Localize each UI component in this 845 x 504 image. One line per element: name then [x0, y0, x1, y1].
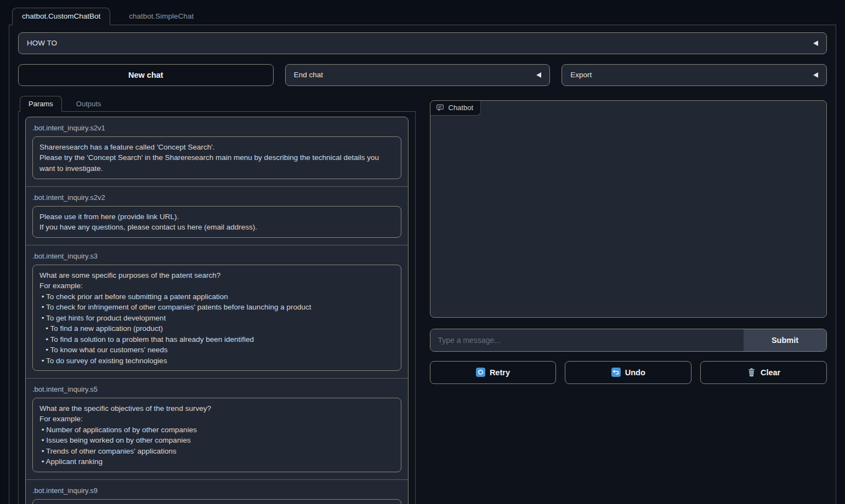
chat-actions-row: Retry Undo	[430, 361, 827, 384]
retry-icon	[476, 368, 485, 377]
top-tabbar: chatbot.CustomChatBot chatbot.SimpleChat	[0, 0, 845, 25]
end-chat-accordion[interactable]: End chat	[285, 64, 551, 86]
params-tabbar: Params Outputs	[18, 96, 416, 112]
chat-column: Chatbot Submit	[430, 96, 827, 384]
param-textarea-s9[interactable]	[32, 499, 401, 504]
custom-chatbot-tab-panel: HOW TO New chat End chat Export Params O…	[9, 25, 836, 504]
tab-params[interactable]: Params	[20, 96, 62, 112]
chatbot-label-badge: Chatbot	[430, 101, 481, 116]
collapse-arrow-icon	[813, 41, 818, 46]
param-label: .bot.intent_inquiry.s3	[32, 252, 401, 260]
message-input-group: Submit	[430, 329, 827, 352]
tab-custom-chatbot[interactable]: chatbot.CustomChatBot	[12, 8, 110, 25]
export-label: Export	[570, 71, 592, 79]
param-block: .bot.intent_inquiry.s3 What are some spe…	[26, 245, 408, 378]
param-block: .bot.intent_inquiry.s5 What are the spec…	[26, 378, 408, 479]
undo-label: Undo	[625, 368, 645, 377]
param-textarea-s5[interactable]: What are the specific objectives of the …	[32, 398, 401, 472]
retry-label: Retry	[490, 368, 510, 377]
chat-messages-area	[434, 114, 824, 314]
main-row: Params Outputs .bot.intent_inquiry.s2v1 …	[18, 96, 827, 504]
params-group: .bot.intent_inquiry.s2v1 Shareresearch h…	[25, 117, 409, 504]
tab-simple-chat[interactable]: chatbot.SimpleChat	[119, 8, 203, 25]
params-column: Params Outputs .bot.intent_inquiry.s2v1 …	[18, 96, 416, 504]
chat-bubble-icon	[436, 104, 444, 112]
param-block: .bot.intent_inquiry.s2v2 Please use it f…	[26, 186, 408, 245]
param-label: .bot.intent_inquiry.s5	[32, 385, 401, 393]
params-tab-panel: .bot.intent_inquiry.s2v1 Shareresearch h…	[18, 111, 416, 504]
submit-button[interactable]: Submit	[744, 329, 826, 351]
tab-outputs[interactable]: Outputs	[67, 96, 110, 112]
chatbot-panel: Chatbot	[430, 100, 827, 318]
clear-label: Clear	[761, 368, 780, 377]
export-accordion[interactable]: Export	[562, 64, 827, 86]
param-label: .bot.intent_inquiry.s2v2	[32, 193, 401, 202]
param-label: .bot.intent_inquiry.s2v1	[32, 124, 401, 132]
trash-icon	[747, 368, 756, 377]
param-textarea-s2v2[interactable]: Please use it from here (provide link UR…	[32, 206, 401, 238]
collapse-arrow-icon	[536, 72, 541, 78]
clear-button[interactable]: Clear	[700, 361, 827, 384]
retry-button[interactable]: Retry	[430, 361, 557, 384]
chatbot-label: Chatbot	[449, 104, 474, 112]
how-to-accordion[interactable]: HOW TO	[18, 32, 827, 54]
actions-row: New chat End chat Export	[18, 64, 827, 86]
param-textarea-s2v1[interactable]: Shareresearch has a feature called 'Conc…	[32, 136, 401, 179]
param-block: .bot.intent_inquiry.s2v1 Shareresearch h…	[26, 117, 408, 186]
how-to-label: HOW TO	[27, 39, 57, 47]
message-input[interactable]	[430, 329, 744, 351]
collapse-arrow-icon	[813, 72, 818, 78]
param-textarea-s3[interactable]: What are some specific purposes of the p…	[32, 265, 401, 371]
new-chat-button[interactable]: New chat	[18, 64, 274, 86]
undo-icon	[611, 368, 621, 377]
end-chat-label: End chat	[294, 71, 323, 79]
app-root: chatbot.CustomChatBot chatbot.SimpleChat…	[0, 0, 845, 504]
undo-button[interactable]: Undo	[565, 361, 691, 384]
param-block: .bot.intent_inquiry.s9	[26, 479, 408, 504]
param-label: .bot.intent_inquiry.s9	[32, 486, 401, 495]
